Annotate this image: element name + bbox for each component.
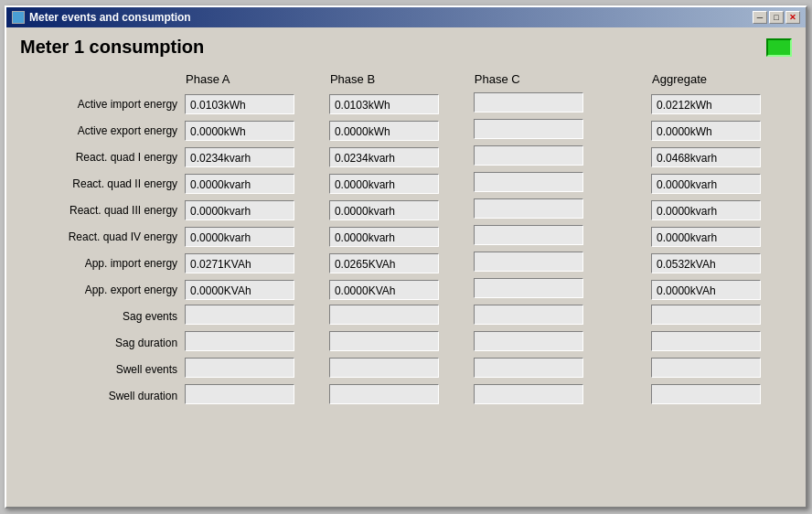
field-aggregate[interactable]: 0.0468kvarh [651,147,761,167]
field-aggregate[interactable]: 0.0000kWh [651,121,761,141]
field-phase_c[interactable] [474,198,583,219]
field-phase_a[interactable] [185,358,294,378]
cell-phase_a: 0.0000kvarh [181,170,326,197]
field-phase_b[interactable]: 0.0000kWh [329,121,439,141]
field-phase_a[interactable] [185,384,294,404]
field-phase_a[interactable]: 0.0000kvarh [185,200,294,220]
content-area: Meter 1 consumption Phase A Phase B Phas… [6,27,806,418]
field-phase_b[interactable] [329,384,439,404]
field-phase_b[interactable] [329,331,439,351]
cell-aggregate [647,303,792,329]
field-aggregate[interactable] [651,384,761,404]
field-phase_c[interactable] [474,145,583,166]
field-phase_a[interactable]: 0.0000KVAh [185,280,294,300]
field-phase_c[interactable] [474,278,583,298]
field-phase_a[interactable] [185,331,294,351]
field-phase_b[interactable] [329,305,439,325]
field-phase_a[interactable]: 0.0271KVAh [185,253,294,273]
field-phase_a[interactable]: 0.0234kvarh [185,147,294,167]
cell-phase_a: 0.0000kvarh [181,223,326,250]
field-phase_c[interactable] [474,252,583,272]
field-phase_b[interactable]: 0.0000kvarh [329,227,439,247]
field-phase_c[interactable] [474,225,583,245]
col-header-aggregate: Aggregate [647,67,792,91]
cell-phase_b: 0.0000kvarh [326,223,470,250]
field-phase_c[interactable] [474,384,583,404]
table-row: Swell events [20,356,792,382]
field-phase_c[interactable] [474,172,583,192]
table-row: Active export energy0.0000kWh0.0000kWh0.… [20,117,792,144]
field-aggregate[interactable]: 0.0000kvarh [651,227,761,247]
cell-aggregate: 0.0468kvarh [647,144,792,170]
field-phase_c[interactable] [474,331,583,351]
cell-phase_b [326,303,470,329]
minimize-button[interactable]: ─ [753,11,767,24]
cell-phase_a: 0.0271KVAh [181,250,326,276]
field-aggregate[interactable] [651,305,761,325]
col-header-phase-b: Phase B [326,67,470,91]
field-aggregate[interactable]: 0.0000kvarh [651,174,761,194]
table-row: App. import energy0.0271KVAh0.0265KVAh0.… [20,250,792,276]
cell-phase_b [326,329,470,356]
field-phase_b[interactable]: 0.0265KVAh [329,253,439,273]
spacer-cell [614,276,647,303]
field-phase_a[interactable]: 0.0000kvarh [185,227,294,247]
col-header-phase-c: Phase C [470,67,614,91]
field-phase_b[interactable]: 0.0234kvarh [329,147,439,167]
field-aggregate[interactable]: 0.0212kWh [651,94,761,114]
table-row: React. quad IV energy0.0000kvarh0.0000kv… [20,223,792,250]
field-aggregate[interactable] [651,358,761,378]
col-header-phase-a: Phase A [181,67,326,91]
row-label: React. quad IV energy [20,223,181,250]
cell-phase_b: 0.0000kWh [326,117,470,144]
field-aggregate[interactable]: 0.0532kVAh [651,253,761,273]
cell-phase_a [181,382,326,409]
field-aggregate[interactable] [651,331,761,351]
spacer-cell [614,170,647,197]
cell-aggregate: 0.0000kWh [647,117,792,144]
row-label: Active import energy [20,91,181,117]
cell-phase_b: 0.0000kvarh [326,170,470,197]
meter-header: Meter 1 consumption [20,37,792,58]
field-phase_c[interactable] [474,358,583,378]
cell-phase_a: 0.0000kvarh [181,197,326,223]
cell-phase_b: 0.0234kvarh [326,144,470,170]
cell-phase_a [181,329,326,356]
close-button[interactable]: ✕ [785,11,800,24]
cell-phase_a [181,303,326,329]
col-header-label [20,67,181,91]
field-phase_b[interactable]: 0.0000kvarh [329,174,439,194]
field-aggregate[interactable]: 0.0000kVAh [651,280,761,300]
maximize-button[interactable]: □ [769,11,784,24]
cell-aggregate: 0.0000kVAh [647,276,792,303]
field-phase_c[interactable] [474,119,583,139]
cell-phase_a: 0.0103kWh [181,91,326,117]
cell-phase_b: 0.0103kWh [326,91,470,117]
row-label: App. export energy [20,276,181,303]
field-phase_a[interactable]: 0.0000kWh [185,121,294,141]
field-phase_c[interactable] [474,92,583,112]
title-bar-left: Meter events and consumption [12,11,191,24]
field-phase_b[interactable]: 0.0103kWh [329,94,439,114]
table-row: React. quad II energy0.0000kvarh0.0000kv… [20,170,792,197]
cell-aggregate: 0.0532kVAh [647,250,792,276]
field-phase_a[interactable]: 0.0103kWh [185,94,294,114]
cell-aggregate: 0.0000kvarh [647,197,792,223]
title-bar: Meter events and consumption ─ □ ✕ [6,7,806,27]
table-row: Sag duration [20,329,792,356]
spacer-cell [614,91,647,117]
field-aggregate[interactable]: 0.0000kvarh [651,200,761,220]
cell-phase_c [470,117,614,144]
field-phase_b[interactable] [329,358,439,378]
cell-phase_c [470,303,614,329]
cell-phase_c [470,382,614,409]
field-phase_b[interactable]: 0.0000KVAh [329,280,439,300]
table-row: Active import energy0.0103kWh0.0103kWh0.… [20,91,792,117]
cell-phase_c [470,356,614,382]
spacer-cell [614,329,647,356]
field-phase_b[interactable]: 0.0000kvarh [329,200,439,220]
field-phase_a[interactable] [185,305,294,325]
field-phase_a[interactable]: 0.0000kvarh [185,174,294,194]
title-bar-buttons: ─ □ ✕ [753,11,800,24]
field-phase_c[interactable] [474,305,583,325]
